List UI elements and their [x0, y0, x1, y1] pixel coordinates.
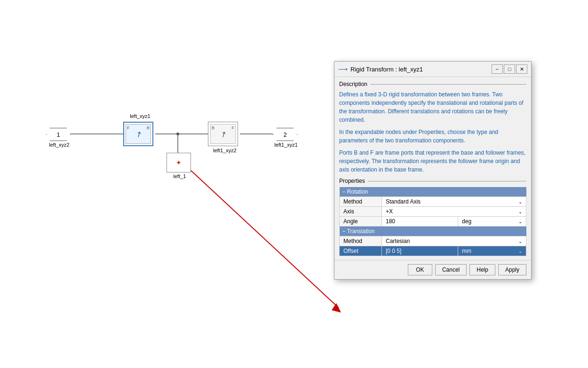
properties-section-line [368, 181, 526, 181]
properties-label: Properties [339, 178, 365, 184]
dialog: ⟶ Rigid Transform : left_xyz1 − □ ✕ Desc… [334, 61, 532, 280]
small-block-icon: ✦ [176, 159, 182, 166]
close-button[interactable]: ✕ [516, 64, 527, 74]
rotation-angle-name: Angle [340, 217, 382, 227]
description-text3: Ports B and F are frame ports that repre… [339, 149, 526, 174]
rotation-group-header[interactable]: − Rotation [340, 187, 526, 197]
rotation-angle-dropdown-icon: ⌄ [518, 219, 522, 224]
left1-xyz1-label: left1_xyz1 [271, 142, 301, 148]
translation-offset-unit: mm [462, 248, 471, 254]
translation-group-label: − Translation [342, 228, 375, 235]
rotation-method-name: Method [340, 197, 382, 207]
dialog-title-text: Rigid Transform : left_xyz1 [350, 66, 423, 73]
translation-method-row[interactable]: Method Cartesian ⌄ [340, 236, 526, 246]
section-line [370, 84, 526, 85]
translation-offset-name: Offset [340, 246, 382, 256]
translation-offset-value[interactable]: [0 0 5] [382, 246, 458, 256]
cancel-button[interactable]: Cancel [435, 264, 467, 275]
rotation-method-value[interactable]: Standard Axis ⌄ [382, 197, 526, 207]
description-text1: Defines a fixed 3-D rigid transformation… [339, 90, 526, 124]
properties-section-header: Properties [339, 178, 526, 184]
rotation-angle-value[interactable]: 180 [382, 217, 458, 227]
dialog-title-buttons: − □ ✕ [492, 64, 527, 74]
translation-offset-dropdown-icon: ⌄ [518, 249, 522, 254]
port1-number: 1 [56, 131, 60, 138]
ok-button[interactable]: OK [408, 264, 432, 275]
translation-method-dropdown-icon: ⌄ [518, 239, 522, 244]
rotation-group-row[interactable]: − Rotation [340, 187, 526, 197]
dialog-title-left: ⟶ Rigid Transform : left_xyz1 [338, 65, 423, 73]
rigid-transform-block[interactable]: F B ↗ [123, 122, 153, 146]
translation-group-header[interactable]: − Translation [340, 227, 526, 236]
rotation-method-row[interactable]: Method Standard Axis ⌄ [340, 197, 526, 207]
left-xyz2-label: left_xyz2 [44, 142, 74, 148]
dialog-title-icon: ⟶ [338, 65, 348, 73]
dialog-titlebar: ⟶ Rigid Transform : left_xyz1 − □ ✕ [334, 62, 531, 77]
rotation-axis-dropdown-icon: ⌄ [518, 209, 522, 214]
block-arrow-icon: ↗ [134, 129, 143, 140]
dialog-body: Description Defines a fixed 3-D rigid tr… [334, 77, 531, 260]
description-label: Description [339, 81, 367, 87]
port2-number: 2 [283, 131, 286, 138]
rotation-angle-unit-cell[interactable]: deg ⌄ [458, 217, 526, 227]
translation-offset-row[interactable]: Offset [0 0 5] mm ⌄ [340, 246, 526, 256]
rigid-transform2-block[interactable]: B F ↗ [208, 122, 238, 146]
translation-method-name: Method [340, 236, 382, 246]
rotation-angle-unit: deg [462, 218, 471, 225]
left-xyz1-label: left_xyz1 [121, 113, 159, 119]
properties-section: Properties − Rotation Method Standard Ax… [339, 178, 526, 256]
rotation-angle-row[interactable]: Angle 180 deg ⌄ [340, 217, 526, 227]
port1-block[interactable]: 1 left_xyz2 [46, 128, 71, 141]
rotation-axis-value[interactable]: +X ⌄ [382, 207, 526, 217]
description-text2: In the expandable nodes under Properties… [339, 128, 526, 145]
left1-xyz2-label: left1_xyz2 [206, 148, 244, 153]
block-inner: F B ↗ [126, 124, 151, 144]
translation-group-row[interactable]: − Translation [340, 227, 526, 236]
rotation-method-dropdown-icon: ⌄ [518, 199, 522, 204]
maximize-button[interactable]: □ [504, 64, 515, 74]
help-button[interactable]: Help [469, 264, 495, 275]
apply-button[interactable]: Apply [498, 264, 526, 275]
translation-method-value[interactable]: Cartesian ⌄ [382, 236, 526, 246]
rotation-group-label: − Rotation [342, 188, 368, 195]
description-section-header: Description [339, 81, 526, 87]
rotation-axis-row[interactable]: Axis +X ⌄ [340, 207, 526, 217]
left1-label: left_1 [168, 173, 191, 179]
port2-block[interactable]: 2 left1_xyz1 [273, 128, 297, 141]
rotation-axis-name: Axis [340, 207, 382, 217]
translation-offset-unit-cell[interactable]: mm ⌄ [458, 246, 526, 256]
dialog-footer: OK Cancel Help Apply [334, 260, 531, 279]
block2-arrow-icon: ↗ [218, 129, 228, 140]
hex-port1[interactable]: 1 [46, 128, 71, 141]
small-block-inner[interactable]: ✦ [167, 153, 191, 172]
minimize-button[interactable]: − [492, 64, 503, 74]
hex-port2[interactable]: 2 [273, 128, 297, 141]
properties-table: − Rotation Method Standard Axis ⌄ Axis [339, 187, 526, 256]
